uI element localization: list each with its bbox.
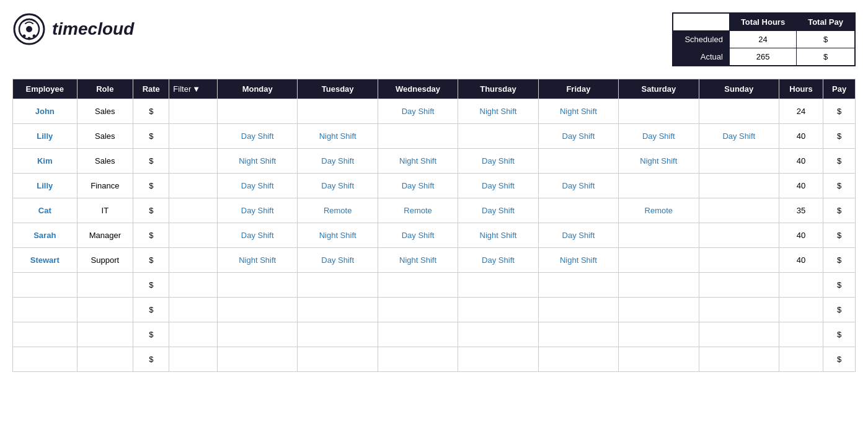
cell-name: [13, 298, 78, 322]
logo-icon: [12, 12, 46, 46]
cell-wed: [378, 298, 458, 322]
cell-filter: [169, 273, 218, 298]
filter-button[interactable]: Filter ▼: [173, 84, 200, 94]
table-row: $$: [13, 298, 856, 322]
cell-mon: [218, 99, 298, 124]
cell-pay: $: [823, 223, 856, 248]
header-wednesday: Wednesday: [378, 79, 458, 99]
cell-mon: Day Shift: [218, 223, 298, 248]
summary-col-hours: Total Hours: [729, 13, 796, 31]
cell-thu: [458, 298, 538, 322]
cell-sat: Night Shift: [619, 149, 699, 174]
cell-tue: Night Shift: [298, 223, 378, 248]
cell-sat: [619, 99, 699, 124]
cell-fri: [538, 273, 618, 298]
cell-pay: $: [823, 273, 856, 298]
cell-role: Sales: [77, 124, 133, 149]
cell-tue: Night Shift: [298, 124, 378, 149]
cell-pay: $: [823, 198, 856, 223]
summary-actual-hours: 265: [729, 48, 796, 66]
cell-wed: [378, 347, 458, 372]
cell-wed: Night Shift: [378, 248, 458, 273]
cell-mon: [218, 322, 298, 347]
cell-sun: [699, 174, 779, 198]
cell-name[interactable]: Lilly: [13, 124, 78, 149]
table-row: JohnSales$Day ShiftNight ShiftNight Shif…: [13, 99, 856, 124]
cell-filter: [169, 298, 218, 322]
header-employee: Employee: [13, 79, 78, 99]
cell-rate: $: [133, 124, 169, 149]
cell-name[interactable]: Lilly: [13, 174, 78, 198]
header-tuesday: Tuesday: [298, 79, 378, 99]
cell-hours: 40: [779, 248, 823, 273]
cell-pay: $: [823, 298, 856, 322]
cell-thu: Day Shift: [458, 198, 538, 223]
svg-point-2: [26, 26, 32, 32]
cell-sat: [619, 223, 699, 248]
cell-hours: [779, 298, 823, 322]
header-saturday: Saturday: [619, 79, 699, 99]
cell-sat: Remote: [619, 198, 699, 223]
cell-mon: Day Shift: [218, 198, 298, 223]
summary-row-scheduled-label: Scheduled: [673, 31, 729, 48]
cell-filter: [169, 198, 218, 223]
cell-mon: Night Shift: [218, 149, 298, 174]
cell-tue: [298, 298, 378, 322]
app-title: timecloud: [52, 19, 134, 39]
cell-tue: [298, 99, 378, 124]
cell-name: [13, 322, 78, 347]
cell-pay: $: [823, 99, 856, 124]
cell-name[interactable]: John: [13, 99, 78, 124]
cell-wed: [378, 322, 458, 347]
cell-thu: [458, 322, 538, 347]
page-header: timecloud Total Hours Total Pay Schedule…: [12, 12, 856, 66]
cell-pay: $: [823, 124, 856, 149]
cell-filter: [169, 223, 218, 248]
cell-role: Sales: [77, 99, 133, 124]
table-row: LillyFinance$Day ShiftDay ShiftDay Shift…: [13, 174, 856, 198]
cell-fri: Day Shift: [538, 174, 618, 198]
table-row: $$: [13, 347, 856, 372]
cell-hours: [779, 322, 823, 347]
cell-hours: [779, 273, 823, 298]
cell-sun: [699, 248, 779, 273]
cell-sun: [699, 149, 779, 174]
cell-sun: [699, 322, 779, 347]
cell-sun: Day Shift: [699, 124, 779, 149]
table-row: KimSales$Night ShiftDay ShiftNight Shift…: [13, 149, 856, 174]
svg-point-5: [33, 35, 36, 38]
cell-fri: Day Shift: [538, 124, 618, 149]
cell-thu: [458, 124, 538, 149]
cell-name[interactable]: Stewart: [13, 248, 78, 273]
cell-name[interactable]: Cat: [13, 198, 78, 223]
cell-name[interactable]: Kim: [13, 149, 78, 174]
cell-hours: 40: [779, 124, 823, 149]
cell-tue: Day Shift: [298, 149, 378, 174]
cell-wed: Day Shift: [378, 99, 458, 124]
cell-fri: [538, 347, 618, 372]
cell-hours: 40: [779, 223, 823, 248]
logo: timecloud: [12, 12, 134, 46]
cell-name: [13, 347, 78, 372]
cell-role: Finance: [77, 174, 133, 198]
cell-rate: $: [133, 322, 169, 347]
header-sunday: Sunday: [699, 79, 779, 99]
header-filter[interactable]: Filter ▼: [169, 79, 218, 99]
cell-thu: Day Shift: [458, 174, 538, 198]
cell-fri: [538, 322, 618, 347]
header-thursday: Thursday: [458, 79, 538, 99]
cell-pay: $: [823, 174, 856, 198]
cell-rate: $: [133, 198, 169, 223]
cell-sun: [699, 198, 779, 223]
cell-role: [77, 322, 133, 347]
cell-mon: Day Shift: [218, 174, 298, 198]
cell-thu: Night Shift: [458, 223, 538, 248]
svg-point-4: [28, 37, 31, 40]
cell-hours: 35: [779, 198, 823, 223]
cell-thu: [458, 273, 538, 298]
cell-wed: Day Shift: [378, 174, 458, 198]
table-row: StewartSupport$Night ShiftDay ShiftNight…: [13, 248, 856, 273]
cell-fri: Night Shift: [538, 248, 618, 273]
cell-name[interactable]: Sarah: [13, 223, 78, 248]
cell-rate: $: [133, 273, 169, 298]
